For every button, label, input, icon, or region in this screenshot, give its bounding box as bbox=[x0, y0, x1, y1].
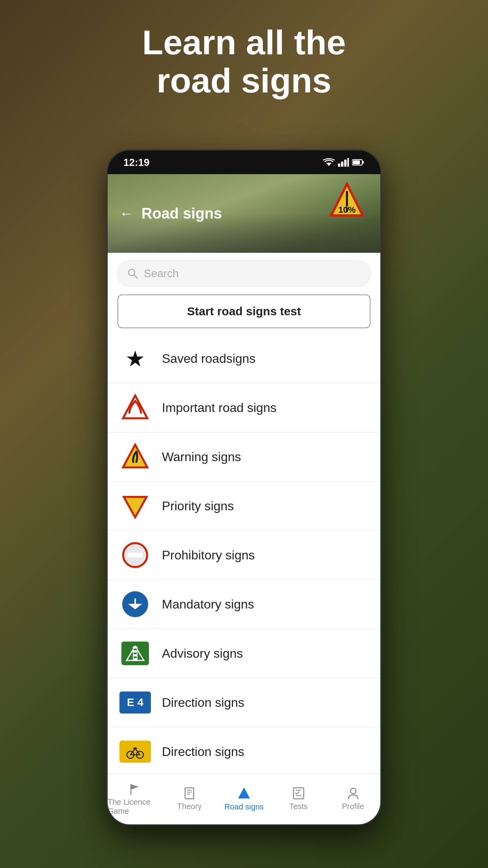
prohibitory-icon bbox=[119, 539, 151, 571]
list-item[interactable]: E 4 Direction signs bbox=[108, 678, 380, 727]
svg-rect-7 bbox=[353, 160, 360, 164]
bicycle-icon bbox=[125, 744, 145, 760]
priority-label: Priority signs bbox=[162, 499, 234, 513]
status-time: 12:19 bbox=[123, 156, 150, 169]
warning-icon bbox=[119, 441, 151, 473]
header-sign-decoration: 10% bbox=[329, 182, 365, 221]
search-bar[interactable]: Search bbox=[117, 261, 371, 287]
svg-marker-17 bbox=[128, 604, 142, 609]
direction-green-label: Direction signs bbox=[162, 695, 244, 710]
hero-section: Learn all the road signs bbox=[0, 24, 488, 100]
svg-rect-21 bbox=[134, 649, 137, 650]
direction-bike-icon bbox=[119, 736, 151, 767]
svg-rect-22 bbox=[134, 653, 137, 654]
svg-marker-35 bbox=[131, 784, 139, 790]
search-icon bbox=[127, 268, 138, 279]
search-container: Search bbox=[108, 253, 380, 292]
book-icon bbox=[183, 787, 195, 800]
phone-frame: 12:19 bbox=[106, 149, 382, 826]
svg-rect-2 bbox=[341, 162, 343, 167]
svg-rect-6 bbox=[362, 161, 364, 164]
nav-item-roadsigns[interactable]: Road signs bbox=[217, 787, 272, 811]
wifi-icon bbox=[323, 158, 335, 167]
content-scroll[interactable]: Search Start road signs test ★ Saved roa… bbox=[108, 253, 380, 773]
direction-sign-bike bbox=[119, 741, 151, 763]
nav-item-licence[interactable]: The Licence Game bbox=[108, 783, 162, 816]
svg-marker-14 bbox=[123, 395, 147, 418]
mandatory-icon bbox=[119, 588, 151, 620]
direction-yellow-label: Direction signs bbox=[162, 745, 244, 759]
svg-rect-23 bbox=[134, 657, 137, 658]
advisory-label: Advisory signs bbox=[162, 646, 243, 661]
list-item[interactable]: Prohibitory signs bbox=[108, 531, 380, 580]
nav-item-profile[interactable]: Profile bbox=[326, 787, 380, 811]
checklist-icon bbox=[293, 787, 305, 800]
prohibitory-label: Prohibitory signs bbox=[162, 548, 255, 563]
svg-marker-15 bbox=[123, 445, 147, 467]
list-item[interactable]: ★ Saved roadsigns bbox=[108, 334, 380, 383]
hero-text-line1: Learn all the bbox=[31, 24, 457, 62]
svg-rect-3 bbox=[344, 160, 347, 167]
mandatory-sign bbox=[122, 591, 148, 617]
advisory-icon bbox=[119, 638, 151, 669]
list-item[interactable]: Direction signs bbox=[108, 727, 380, 773]
svg-rect-41 bbox=[294, 788, 304, 799]
menu-list: ★ Saved roadsigns Important road signs bbox=[108, 334, 380, 773]
direction-e4-icon: E 4 bbox=[119, 687, 151, 718]
nav-licence-label: The Licence Game bbox=[108, 798, 162, 816]
nav-theory-label: Theory bbox=[177, 802, 202, 811]
advisory-sign bbox=[121, 642, 149, 665]
svg-marker-0 bbox=[326, 163, 332, 166]
signal-icon bbox=[338, 158, 349, 167]
priority-icon bbox=[119, 490, 151, 522]
nav-roadsigns-label: Road signs bbox=[224, 802, 264, 811]
status-icons bbox=[323, 158, 365, 167]
saved-label: Saved roadsigns bbox=[162, 351, 255, 366]
list-item[interactable]: Important road signs bbox=[108, 383, 380, 432]
nav-item-tests[interactable]: Tests bbox=[271, 787, 326, 811]
status-bar: 12:19 bbox=[108, 151, 380, 174]
list-item[interactable]: Warning signs bbox=[108, 432, 380, 482]
list-item[interactable]: Priority signs bbox=[108, 482, 380, 531]
important-icon bbox=[119, 392, 151, 423]
app-header: 10% ← Road signs bbox=[108, 174, 380, 253]
svg-rect-4 bbox=[347, 158, 349, 167]
saved-icon: ★ bbox=[119, 343, 151, 374]
svg-point-44 bbox=[350, 788, 356, 794]
battery-icon bbox=[352, 159, 365, 166]
triangle-nav-icon bbox=[237, 787, 251, 800]
svg-line-13 bbox=[134, 275, 138, 278]
no-entry-sign bbox=[122, 542, 148, 568]
warning-label: Warning signs bbox=[162, 450, 241, 464]
nav-item-theory[interactable]: Theory bbox=[162, 787, 217, 811]
svg-marker-16 bbox=[124, 497, 147, 517]
back-button[interactable]: ← bbox=[119, 205, 134, 222]
svg-marker-40 bbox=[238, 787, 250, 798]
svg-point-30 bbox=[134, 747, 136, 750]
svg-rect-36 bbox=[185, 788, 194, 799]
svg-rect-1 bbox=[338, 164, 340, 167]
bottom-navigation: The Licence Game Theory Road signs bbox=[108, 773, 380, 824]
test-button-container: Start road signs test bbox=[108, 292, 380, 334]
start-test-button[interactable]: Start road signs test bbox=[117, 294, 371, 328]
flag-icon bbox=[128, 783, 141, 795]
important-label: Important road signs bbox=[162, 401, 277, 415]
hero-text-line2: road signs bbox=[31, 62, 457, 100]
mandatory-label: Mandatory signs bbox=[162, 597, 254, 612]
list-item[interactable]: Mandatory signs bbox=[108, 580, 380, 629]
nav-profile-label: Profile bbox=[342, 802, 364, 811]
list-item[interactable]: Advisory signs bbox=[108, 629, 380, 678]
nav-tests-label: Tests bbox=[289, 802, 308, 811]
person-icon bbox=[348, 787, 359, 800]
direction-sign-e4: E 4 bbox=[119, 691, 151, 714]
search-placeholder: Search bbox=[144, 267, 179, 280]
header-title: Road signs bbox=[141, 205, 222, 222]
